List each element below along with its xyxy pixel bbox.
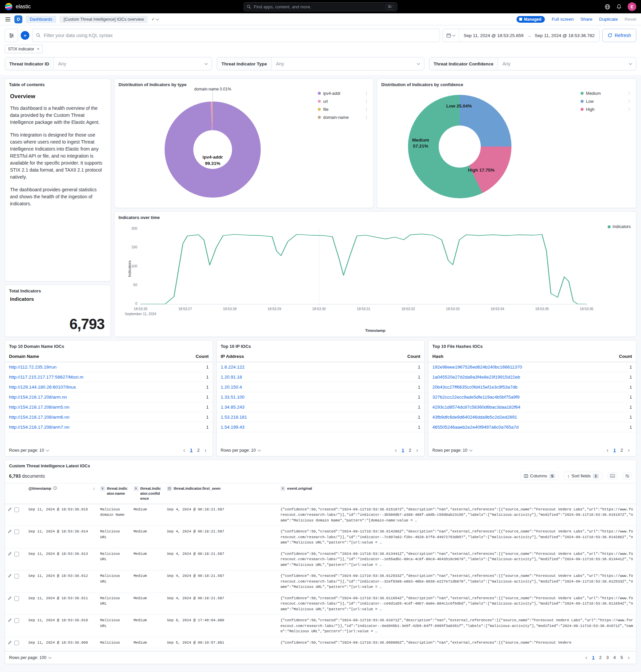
column-header-indicator-confidence[interactable]: k threat.indicator.confidence [131,483,164,504]
page-number[interactable]: 4 [611,654,618,661]
legend-item[interactable]: url ⋮ [318,99,369,104]
next-page-icon[interactable]: › [626,447,632,453]
page-number[interactable]: 1 [590,654,597,661]
legend-menu-icon[interactable]: ⋮ [627,107,631,112]
legend-menu-icon[interactable]: ⋮ [627,99,631,104]
columns-button[interactable]: Columns 5 [520,472,559,480]
line-chart-legend[interactable]: Indicators [608,224,631,229]
space-avatar[interactable]: D [14,15,22,23]
document-row[interactable]: Sep 11, 2024 @ 18:53:36.015 Malicious do… [5,504,636,526]
notifications-bell-icon[interactable] [616,4,622,9]
column-header-timestamp[interactable]: @timestamp ↓ [26,483,97,504]
domain-link[interactable]: http://154.216.17.208/arm5.nn [9,404,69,410]
rows-per-page[interactable]: Rows per page: 100 [9,655,51,660]
column-header-first-seen[interactable]: threat.indicator.first_seen [164,483,278,504]
remove-filter-icon[interactable]: × [37,46,40,51]
hash-link[interactable]: 192e98eee1967526ed624b240bc166611370 [432,365,522,370]
legend-menu-icon[interactable]: ⋮ [364,107,369,112]
control-dropdown[interactable]: Threat Indicator Confidence Any [429,57,636,70]
select-document-checkbox[interactable] [14,641,19,645]
ip-link[interactable]: 1.54.199.43 [221,425,244,430]
add-filter-button[interactable]: + [21,31,29,40]
select-document-checkbox[interactable] [14,507,19,512]
next-page-icon[interactable]: › [202,447,209,453]
ip-link[interactable]: 1.34.85.243 [221,404,244,410]
select-document-checkbox[interactable] [14,618,19,623]
sort-fields-button[interactable]: ↕ Sort fields 1 [564,472,602,480]
prev-page-icon[interactable]: ‹ [583,655,589,661]
page-number[interactable]: 5 [618,654,625,661]
column-header-hash[interactable]: Hash [428,351,613,362]
filter-pill[interactable]: STIX indicator × [5,45,43,53]
dashboard-action-link[interactable]: Reset [625,17,636,22]
document-row[interactable]: Sep 11, 2024 @ 18:53:36.012 Malicious UR… [5,571,636,593]
document-row[interactable]: Sep 11, 2024 @ 18:53:36.009 Malicious Me… [5,637,636,649]
ip-link[interactable]: 1.53.218.181 [221,415,247,420]
column-header-domain[interactable]: Domain Name [5,351,189,362]
sort-descending-icon[interactable]: ↓ [93,486,95,491]
kql-filter-bar[interactable] [32,29,440,42]
page-number[interactable]: 1 [188,447,194,453]
expand-document-icon[interactable] [8,530,12,533]
kql-input[interactable] [44,33,436,38]
indicators-by-confidence-donut[interactable]: Low 25.04% Medium 57.21% High 17.75% [408,95,512,198]
legend-item[interactable]: domain-name ⋮ [318,115,369,120]
control-dropdown[interactable]: Threat Indicator ID Any [5,57,212,70]
hash-link[interactable]: 20b43cc27ff6635cc0fd415ef1e3c9f53a7db [432,385,517,389]
next-page-icon[interactable]: › [626,655,632,661]
domain-link[interactable]: http://117.215.217.177:56627/Mozi.m [9,374,83,380]
rows-per-page[interactable]: Rows per page: 10 [221,448,260,453]
global-search[interactable]: ⌘/ [244,2,397,11]
expand-document-icon[interactable] [8,574,12,578]
user-avatar[interactable]: E [628,2,636,11]
legend-menu-icon[interactable]: ⋮ [364,115,369,120]
select-document-checkbox[interactable] [14,596,19,601]
column-header-count[interactable]: Count [189,351,213,362]
expand-document-icon[interactable] [8,552,12,556]
prev-page-icon[interactable]: ‹ [393,447,399,453]
expand-document-icon[interactable] [8,507,12,511]
page-number[interactable]: 3 [604,654,611,661]
column-header-indicator-name[interactable]: k threat.indicator.name [97,483,131,504]
select-document-checkbox[interactable] [14,574,19,578]
menu-hamburger-icon[interactable] [5,16,11,23]
global-search-input[interactable] [254,4,383,9]
calendar-button[interactable] [443,29,459,42]
domain-link[interactable]: http://112.72.235.19/run [9,365,56,370]
column-header-count[interactable]: Count [401,351,424,362]
hash-link[interactable]: 465505246aaeb2e2e40f9497a6c0a765a7d [432,425,518,430]
expand-document-icon[interactable] [8,596,12,600]
select-document-checkbox[interactable] [14,552,19,557]
document-row[interactable]: Sep 11, 2024 @ 18:53:36.010 Malicious UR… [5,615,636,637]
document-row[interactable]: Sep 11, 2024 @ 18:53:36.014 Malicious UR… [5,526,636,548]
expand-document-icon[interactable] [8,641,12,645]
ip-link[interactable]: 1.20.91.18 [221,374,242,380]
prev-page-icon[interactable]: ‹ [604,447,611,453]
breadcrumb-dashboards[interactable]: Dashboards [26,16,56,23]
domain-link[interactable]: http://129.144.180.26:60107/linux [9,385,76,389]
keyboard-shortcuts-button[interactable] [608,472,617,479]
rows-per-page[interactable]: Rows per page: 10 [9,448,49,453]
domain-link[interactable]: http://154.216.17.208/arm.nn [9,395,67,400]
hash-link[interactable]: 43fb9dfc6de9d640246dda9b5c2d2ed2891 [432,415,517,420]
page-number[interactable]: 1 [611,447,618,453]
legend-item[interactable]: ipv4-addr ⋮ [318,91,369,96]
display-options-button[interactable] [623,472,632,480]
next-page-icon[interactable]: › [414,447,420,453]
ip-link[interactable]: 1.20.150.4 [221,385,242,389]
page-number[interactable]: 2 [597,654,604,661]
expand-document-icon[interactable] [8,618,12,622]
legend-item[interactable]: file ⋮ [318,107,369,112]
page-number[interactable]: 2 [618,447,625,453]
legend-item[interactable]: Low ⋮ [581,99,631,104]
saved-check-button[interactable]: ✓ [151,17,159,22]
ip-link[interactable]: 1.6.224.122 [221,365,244,370]
dashboard-action-link[interactable]: Full screen [551,17,574,22]
select-document-checkbox[interactable] [14,530,19,534]
page-number[interactable]: 2 [195,447,201,453]
elastic-brand[interactable]: elastic [5,3,31,11]
dashboard-action-link[interactable]: Duplicate [599,17,618,22]
legend-menu-icon[interactable]: ⋮ [627,91,631,96]
column-header-event-original[interactable]: k event.original [278,483,636,504]
legend-menu-icon[interactable]: ⋮ [364,99,369,104]
